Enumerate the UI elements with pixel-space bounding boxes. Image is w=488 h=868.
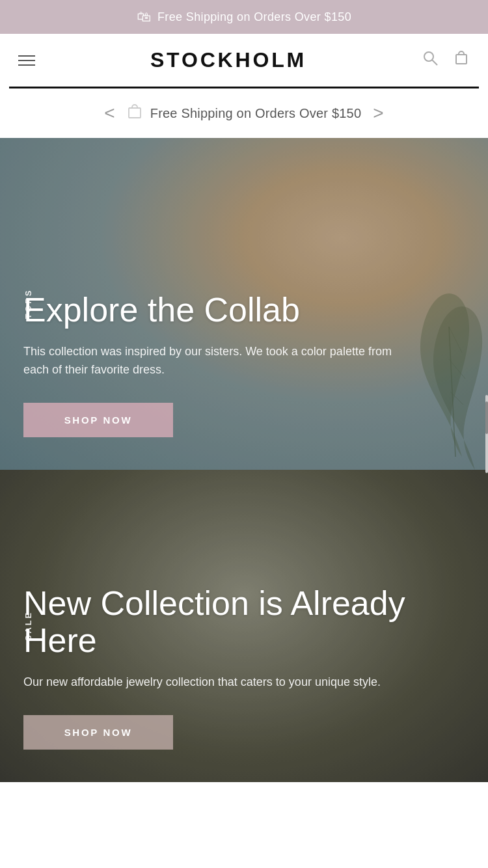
site-logo[interactable]: STOCKHOLM [150, 48, 306, 72]
hero-sale-content: New Collection is Already Here Our new a… [0, 470, 488, 782]
secondary-bar-text: Free Shipping on Orders Over $150 [150, 106, 362, 121]
hero-sale-section: SALE New Collection is Already Here Our … [0, 470, 488, 782]
hamburger-line-2 [18, 60, 35, 61]
hamburger-line-3 [18, 64, 35, 66]
header-icons [422, 49, 470, 71]
svg-rect-2 [456, 55, 467, 64]
hero-sale-shop-now-button[interactable]: SHOP NOW [23, 715, 173, 750]
svg-rect-3 [129, 108, 141, 118]
hero-tops-content: Explore the Collab This collection was i… [0, 138, 488, 470]
svg-point-0 [424, 52, 433, 61]
next-announcement-button[interactable]: > [373, 104, 383, 122]
scrollbar-thumb[interactable] [485, 401, 488, 434]
announcement-text: Free Shipping on Orders Over $150 [157, 10, 351, 24]
prev-announcement-button[interactable]: < [104, 104, 115, 122]
hero-tops-title: Explore the Collab [23, 292, 465, 329]
svg-line-1 [433, 61, 438, 66]
secondary-bag-icon [127, 103, 142, 124]
announcement-bar: 🛍 Free Shipping on Orders Over $150 [0, 0, 488, 34]
cart-icon[interactable] [453, 49, 470, 71]
hamburger-line-1 [18, 55, 35, 57]
header: STOCKHOLM [0, 34, 488, 87]
secondary-announcement-bar: < Free Shipping on Orders Over $150 > [0, 88, 488, 138]
scrollbar[interactable] [485, 395, 488, 473]
hero-sale-description: Our new affordable jewelry collection th… [23, 673, 401, 692]
search-icon[interactable] [422, 49, 439, 71]
bag-icon: 🛍 [137, 8, 151, 25]
hero-sale-title: New Collection is Already Here [23, 585, 465, 659]
secondary-bar-content: Free Shipping on Orders Over $150 [127, 103, 362, 124]
hero-tops-section: TOPS Explore the Collab This collection … [0, 138, 488, 470]
hero-tops-description: This collection was inspired by our sist… [23, 343, 401, 379]
hero-tops-shop-now-button[interactable]: SHOP NOW [23, 403, 173, 437]
hamburger-menu[interactable] [18, 55, 35, 66]
